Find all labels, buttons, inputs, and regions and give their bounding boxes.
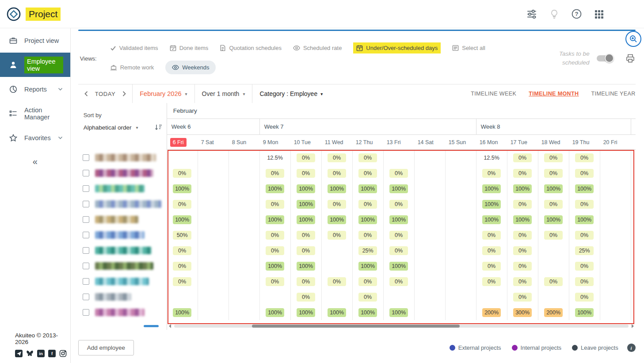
schedule-cell[interactable]: 100% — [538, 181, 569, 196]
employee-checkbox[interactable] — [83, 154, 89, 161]
schedule-cell[interactable]: 0% — [260, 274, 291, 289]
schedule-cell[interactable] — [229, 305, 260, 320]
day-header[interactable]: 11 Wed — [322, 135, 353, 149]
schedule-cell[interactable] — [446, 165, 476, 181]
schedule-cell[interactable] — [322, 243, 353, 258]
schedule-cell[interactable]: 25% — [353, 243, 384, 258]
schedule-cell[interactable] — [415, 289, 446, 305]
linkedin-icon[interactable]: in — [37, 350, 45, 357]
schedule-cell[interactable]: 0% — [538, 165, 569, 181]
schedule-cell[interactable] — [415, 150, 446, 165]
schedule-cell[interactable] — [446, 305, 476, 320]
schedule-cell[interactable]: 0% — [291, 165, 322, 181]
schedule-cell[interactable]: 100% — [260, 258, 291, 274]
schedule-cell[interactable] — [198, 243, 229, 258]
schedule-cell[interactable] — [446, 196, 476, 212]
view-toggle-done-items[interactable]: Done items — [170, 45, 209, 51]
schedule-cell[interactable] — [384, 150, 415, 165]
schedule-cell[interactable] — [198, 150, 229, 165]
employee-checkbox[interactable] — [83, 232, 89, 238]
schedule-cell[interactable]: 0% — [384, 227, 415, 243]
day-header[interactable]: 14 Sat — [415, 135, 446, 149]
schedule-cell[interactable]: 0% — [476, 165, 507, 181]
schedule-cell[interactable]: 100% — [291, 181, 322, 196]
employee-row[interactable] — [78, 212, 167, 227]
schedule-cell[interactable]: 0% — [167, 165, 198, 181]
schedule-cell[interactable] — [229, 165, 260, 181]
schedule-cell[interactable] — [198, 305, 229, 320]
schedule-cell[interactable]: 100% — [260, 212, 291, 227]
schedule-cell[interactable] — [198, 212, 229, 227]
schedule-cell[interactable] — [322, 289, 353, 305]
schedule-cell[interactable]: 0% — [569, 289, 600, 305]
schedule-cell[interactable]: 0% — [291, 150, 322, 165]
schedule-cell[interactable]: 0% — [538, 227, 569, 243]
schedule-cell[interactable] — [198, 274, 229, 289]
schedule-cell[interactable]: 0% — [291, 289, 322, 305]
avatar[interactable] — [616, 4, 635, 24]
zoom-button[interactable] — [625, 31, 641, 47]
schedule-cell[interactable]: 0% — [569, 274, 600, 289]
schedule-cell[interactable]: 100% — [384, 305, 415, 320]
chevron-right-icon[interactable] — [122, 91, 127, 97]
help-icon[interactable]: ? — [571, 8, 582, 19]
schedule-cell[interactable]: 100% — [476, 212, 507, 227]
schedule-cell[interactable]: 0% — [322, 196, 353, 212]
schedule-cell[interactable] — [446, 150, 476, 165]
schedule-cell[interactable]: 0% — [353, 274, 384, 289]
schedule-cell[interactable] — [415, 196, 446, 212]
schedule-cell[interactable] — [600, 274, 631, 289]
schedule-cell[interactable] — [600, 305, 631, 320]
schedule-cell[interactable]: 100% — [322, 305, 353, 320]
schedule-cell[interactable]: 100% — [291, 212, 322, 227]
schedule-cell[interactable] — [446, 274, 476, 289]
schedule-cell[interactable]: 0% — [569, 196, 600, 212]
schedule-cell[interactable] — [198, 227, 229, 243]
schedule-cell[interactable] — [322, 258, 353, 274]
schedule-cell[interactable] — [229, 196, 260, 212]
schedule-cell[interactable]: 0% — [507, 165, 538, 181]
day-header[interactable]: 7 Sat — [198, 135, 229, 149]
schedule-cell[interactable] — [446, 212, 476, 227]
schedule-cell[interactable]: 100% — [291, 196, 322, 212]
employee-checkbox[interactable] — [83, 294, 89, 300]
schedule-cell[interactable]: 0% — [507, 227, 538, 243]
employee-row[interactable] — [78, 196, 167, 212]
schedule-cell[interactable]: 0% — [507, 289, 538, 305]
schedule-cell[interactable] — [600, 212, 631, 227]
schedule-cell[interactable]: 100% — [384, 212, 415, 227]
schedule-cell[interactable]: 100% — [167, 212, 198, 227]
employee-row[interactable] — [78, 258, 167, 274]
schedule-cell[interactable] — [415, 305, 446, 320]
schedule-cell[interactable]: 0% — [167, 196, 198, 212]
view-toggle-remote-work[interactable]: Remote work — [110, 64, 154, 71]
month-selector[interactable]: February 2026 ▾ — [133, 90, 194, 97]
instagram-icon[interactable] — [59, 350, 67, 357]
employee-checkbox[interactable] — [83, 309, 89, 316]
sidebar-item-favorites[interactable]: Favorites — [0, 126, 70, 150]
schedule-cell[interactable]: 100% — [353, 305, 384, 320]
employee-list-scrollbar[interactable] — [144, 325, 159, 327]
schedule-cell[interactable]: 100% — [476, 196, 507, 212]
day-header[interactable]: 9 Mon — [260, 135, 291, 149]
schedule-cell[interactable] — [446, 227, 476, 243]
schedule-cell[interactable] — [198, 289, 229, 305]
schedule-cell[interactable]: 200% — [476, 305, 507, 320]
print-icon[interactable] — [625, 53, 636, 64]
schedule-cell[interactable] — [198, 196, 229, 212]
day-header[interactable]: 19 Thu — [569, 135, 600, 149]
schedule-cell[interactable]: 0% — [384, 196, 415, 212]
schedule-cell[interactable] — [167, 289, 198, 305]
schedule-cell[interactable] — [415, 165, 446, 181]
employee-row[interactable] — [78, 243, 167, 258]
schedule-cell[interactable] — [600, 227, 631, 243]
schedule-cell[interactable]: 0% — [569, 258, 600, 274]
schedule-cell[interactable] — [229, 181, 260, 196]
schedule-cell[interactable] — [446, 289, 476, 305]
tab-timeline-week[interactable]: TIMELINE WEEK — [471, 91, 516, 97]
sidebar-item-project-view[interactable]: Project view — [0, 28, 70, 53]
tab-timeline-month[interactable]: TIMELINE MONTH — [529, 91, 579, 97]
schedule-cell[interactable]: 100% — [569, 212, 600, 227]
schedule-cell[interactable]: 0% — [167, 258, 198, 274]
day-header[interactable]: 18 Wed — [538, 135, 569, 149]
